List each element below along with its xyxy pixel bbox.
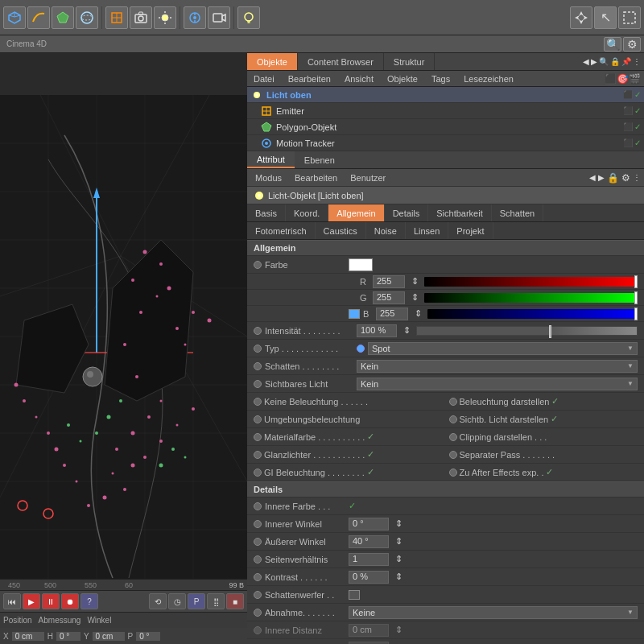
x-value[interactable]: 0 cm [12,632,44,641]
prop-dot-sch[interactable] [254,362,262,370]
iw-value[interactable]: 0 ° [349,518,389,530]
prop-dot-iw[interactable] [254,520,262,528]
nav-left-icon[interactable]: ◀ [583,57,589,66]
menu-bearbeiten[interactable]: Bearbeiten [282,71,337,86]
b-value[interactable]: 255 [376,308,408,320]
int-stepper[interactable]: ⇕ [400,325,413,336]
viewport[interactable]: Rasterweite : 100 cm [0,53,247,644]
aw-stepper[interactable]: ⇕ [392,536,405,547]
ko-stepper[interactable]: ⇕ [392,572,405,582]
attr-menu-modus[interactable]: Modus [250,169,287,186]
attr-menu-bearbeiten[interactable]: Bearbeiten [290,169,342,186]
b-expand-icon[interactable] [349,309,360,319]
iw-stepper[interactable]: ⇕ [392,518,405,529]
object-row-tracker[interactable]: Motion Tracker ⬛ ✓ [247,135,644,151]
prop-dot-int[interactable] [254,327,262,335]
menu-ansicht[interactable]: Ansicht [338,71,380,86]
menu-objekte[interactable]: Objekte [381,71,424,86]
cursor-icon[interactable]: ↖ [594,6,617,29]
sicht-dropdown[interactable]: Kein ▼ [357,378,638,390]
anim-icon1[interactable]: ⟲ [149,593,167,609]
prop-tab-allgemein[interactable]: Allgemein [328,204,384,221]
abnahme-dropdown[interactable]: Keine ▼ [349,606,638,619]
prop-tab2-noise[interactable]: Noise [366,222,406,239]
r-value[interactable]: 255 [373,275,405,288]
attr-nav-icon2[interactable]: ▶ [598,173,605,182]
h-value[interactable]: 0 ° [56,632,80,641]
cb-umgebung[interactable]: Umgebungsbeleuchtung [254,415,443,424]
video-icon[interactable] [208,6,230,29]
select-icon[interactable] [618,6,641,29]
prop-tab2-caustics[interactable]: Caustics [316,222,366,239]
sw-checkbox[interactable] [349,590,360,600]
color-bar-g[interactable] [424,293,638,303]
attr-tab-attribut[interactable]: Attribut [247,151,295,168]
cb-separater[interactable]: Separater Pass . . . . . . . [449,450,638,460]
motion-icon[interactable] [184,6,206,29]
g-stepper[interactable]: ⇕ [408,292,421,303]
menu-tags[interactable]: Tags [425,71,456,86]
zoom-icon[interactable]: 🔍 [604,37,621,52]
prop-dot-ab[interactable] [254,609,262,617]
cb-keine-beleuchtung[interactable]: Keine Beleuchtung . . . . . . [254,397,443,407]
y-value[interactable]: 0 cm [93,632,125,641]
move-icon[interactable] [570,6,592,29]
p-value[interactable]: 0 ° [136,632,160,641]
cb-beleuchtung-darstellen[interactable]: Beleuchtung darstellen ✓ [449,396,638,407]
polygon-icon[interactable] [52,6,74,29]
tab-struktur[interactable]: Struktur [384,53,436,70]
emitter-icon[interactable] [105,6,128,29]
anim-icon5[interactable]: ■ [226,593,244,609]
prop-tab-schatten[interactable]: Schatten [492,204,543,221]
prop-tab2-fotometrisch[interactable]: Fotometrisch [247,222,316,239]
cube-icon[interactable] [3,6,26,29]
object-row-polygon[interactable]: Polygon-Objekt ⬛ ✓ [247,119,644,135]
nav-right-icon[interactable]: ▶ [591,57,597,66]
bulb-icon[interactable] [237,6,260,29]
prop-dot-if[interactable] [254,502,262,510]
prop-tab2-projekt[interactable]: Projekt [448,222,493,239]
menu-datei[interactable]: Datei [247,71,281,86]
pin-icon[interactable]: 📌 [621,57,631,66]
help-icon[interactable]: ? [80,593,98,609]
prop-tab-details[interactable]: Details [385,204,429,221]
aw-value[interactable]: 40 ° [349,535,389,548]
r-stepper[interactable]: ⇕ [408,276,421,287]
search-icon[interactable]: 🔍 [599,57,609,66]
attr-lock-icon[interactable]: 🔒 [607,172,619,184]
prop-dot-sw[interactable] [254,591,262,599]
tab-content-browser[interactable]: Content Browser [298,53,384,70]
play-icon[interactable]: ▶ [23,593,40,609]
int-slider[interactable] [416,326,638,336]
prop-dot-ko[interactable] [254,573,262,581]
anim-icon4[interactable]: ⣿ [207,593,225,609]
play-back-icon[interactable]: ⏮ [3,593,21,609]
record-icon[interactable]: ⏺ [61,593,79,609]
light-icon[interactable] [154,6,176,29]
anim-icon3[interactable]: P [188,593,205,609]
attr-menu-benutzer[interactable]: Benutzer [345,169,390,186]
more-icon[interactable]: ⋮ [633,57,641,66]
object-row-emitter[interactable]: Emitter ⬛ ✓ [247,103,644,119]
lock-icon[interactable]: 🔒 [610,57,620,66]
g-value[interactable]: 255 [373,291,405,304]
prop-dot-sv[interactable] [254,555,262,564]
stop-icon[interactable]: ⏸ [42,593,60,609]
cb-sichtb-licht[interactable]: Sichtb. Licht darstellen ✓ [449,414,638,424]
attr-more-icon[interactable]: ⋮ [633,173,641,182]
prop-tab-koord[interactable]: Koord. [286,204,328,221]
ko-value[interactable]: 0 % [349,571,389,584]
cb-afterfx[interactable]: Zu After Effects exp. . ✓ [449,467,638,477]
prop-tab-basis[interactable]: Basis [247,204,286,221]
color-bar-r[interactable] [424,277,638,287]
prop-dot-sicht[interactable] [254,380,262,388]
b-stepper[interactable]: ⇕ [411,308,424,319]
cb-clipping[interactable]: Clipping darstellen . . . [449,432,638,442]
schatten-dropdown[interactable]: Kein ▼ [357,360,638,373]
camera-icon[interactable] [130,6,152,29]
sphere-icon[interactable] [76,6,98,29]
anim-icon2[interactable]: ◷ [168,593,186,609]
sv-stepper[interactable]: ⇕ [392,554,405,564]
color-swatch[interactable] [349,258,373,271]
prop-dot-farbe[interactable] [254,261,262,269]
